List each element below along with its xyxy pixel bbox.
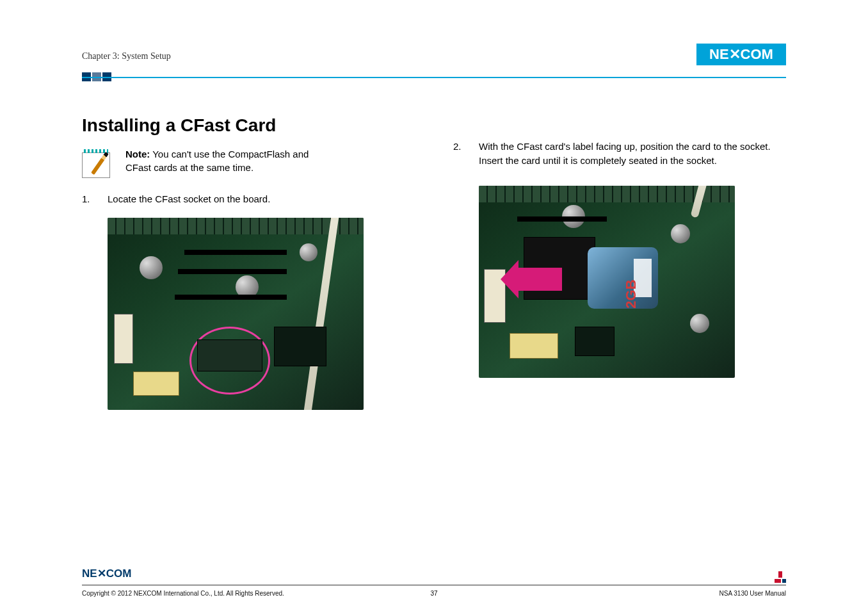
section-heading: Installing a CFast Card [82,115,415,136]
decorative-corner [775,571,786,583]
footer-manual: NSA 3130 User Manual [719,590,786,597]
chapter-label: Chapter 3: System Setup [82,51,786,61]
step-text-2: With the CFast card's label facing up, p… [479,140,786,168]
card-capacity-label: 2GB [622,279,639,308]
header-rule [82,77,786,78]
cfast-card: 2GB [588,247,658,309]
step-text-1: Locate the CFast socket on the board. [108,192,270,206]
footer-rule [82,585,786,585]
photo-locate-socket [108,218,364,410]
footer-copyright: Copyright © 2012 NEXCOM International Co… [82,590,284,597]
brand-logo-top: NE✕COM [696,44,786,68]
note-icon [82,147,114,179]
photo-insert-card: 2GB [479,186,735,378]
svg-text:NE✕COM: NE✕COM [709,46,773,62]
brand-logo-footer: NE✕COM [82,566,140,583]
step-number-2: 2. [453,140,467,168]
note-text: Note: You can't use the CompactFlash and… [125,147,330,174]
svg-text:NE✕COM: NE✕COM [82,567,131,580]
note-body: You can't use the CompactFlash and CFast… [125,149,309,173]
note-label: Note: [125,149,150,159]
footer-page-number: 37 [430,590,437,597]
step-number-1: 1. [82,192,96,206]
insert-arrow-icon [517,268,562,291]
